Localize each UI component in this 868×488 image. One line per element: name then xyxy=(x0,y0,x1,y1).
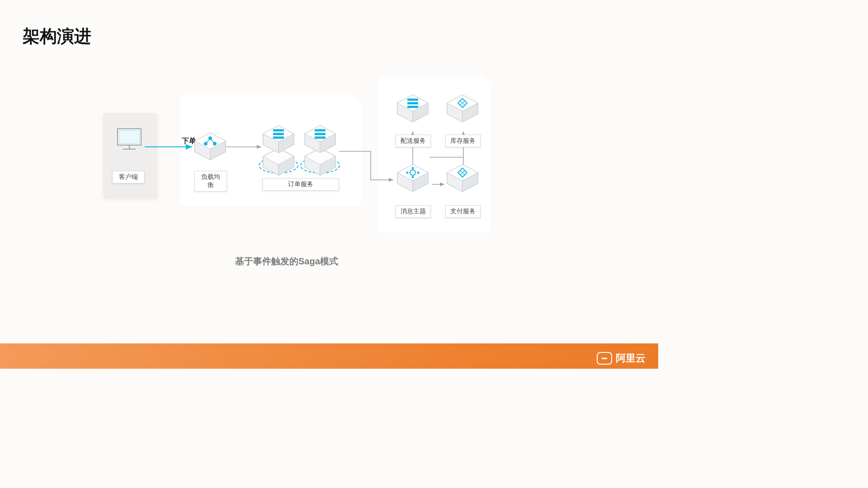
footer-logo: 阿里云 xyxy=(597,352,646,365)
svg-rect-29 xyxy=(273,129,284,131)
svg-point-58 xyxy=(412,176,414,178)
client-label: 客户端 xyxy=(112,171,145,183)
monitor-icon xyxy=(113,127,146,154)
svg-rect-31 xyxy=(273,136,284,139)
delivery-node xyxy=(396,94,430,123)
load-balancer-node xyxy=(193,132,227,161)
svg-rect-44 xyxy=(407,102,418,104)
svg-rect-37 xyxy=(315,133,326,135)
order-server-2 xyxy=(303,125,337,154)
inventory-label: 库存服务 xyxy=(445,135,481,147)
client-node xyxy=(113,127,146,155)
architecture-diagram: 客户端 下单 负载均衡 xyxy=(99,77,493,239)
delivery-label: 配送服务 xyxy=(396,135,431,147)
message-topic-node xyxy=(396,164,430,192)
footer-bar: 阿里云 xyxy=(0,343,658,369)
order-service-label: 订单服务 xyxy=(262,178,339,191)
payment-node xyxy=(445,164,480,192)
svg-point-57 xyxy=(412,167,414,169)
inventory-node xyxy=(445,94,480,123)
diagram-caption: 基于事件触发的Saga模式 xyxy=(235,255,338,267)
load-balancer-label: 负载均衡 xyxy=(194,171,227,192)
svg-rect-38 xyxy=(315,136,326,139)
footer-brand-text: 阿里云 xyxy=(616,352,646,365)
aliyun-logo-icon xyxy=(597,352,612,365)
svg-rect-36 xyxy=(315,129,326,131)
svg-rect-45 xyxy=(407,106,418,108)
group-panel-client xyxy=(103,113,157,199)
svg-point-55 xyxy=(406,172,409,174)
svg-rect-7 xyxy=(119,131,139,143)
payment-label: 支付服务 xyxy=(445,205,481,218)
slide-title: 架构演进 xyxy=(23,25,91,48)
svg-rect-43 xyxy=(407,99,418,101)
message-topic-label: 消息主题 xyxy=(396,205,431,218)
svg-point-56 xyxy=(417,172,420,174)
svg-rect-30 xyxy=(273,133,284,135)
order-server-1 xyxy=(261,125,296,154)
